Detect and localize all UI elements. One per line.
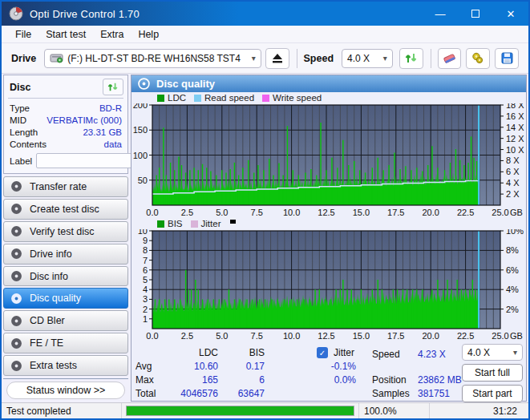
svg-text:2: 2 xyxy=(143,305,148,314)
disc-refresh-button[interactable] xyxy=(103,79,123,95)
jitter-checkbox[interactable]: ✓ xyxy=(317,347,328,358)
svg-text:100: 100 xyxy=(133,151,148,160)
save-button[interactable] xyxy=(495,48,519,69)
svg-text:15.0: 15.0 xyxy=(353,208,370,217)
avg-row-label: Avg xyxy=(136,361,152,372)
svg-text:3: 3 xyxy=(143,294,148,304)
svg-text:0.0: 0.0 xyxy=(146,331,158,341)
menu-help[interactable]: Help xyxy=(131,27,166,42)
svg-text:4: 4 xyxy=(143,285,148,294)
svg-text:9: 9 xyxy=(143,236,148,245)
sidebar-item-disc-quality[interactable]: Disc quality xyxy=(3,288,128,309)
maximize-button[interactable] xyxy=(458,2,493,26)
erase-disc-button[interactable] xyxy=(438,48,462,69)
statusbar: Test completed 100.0% 31:22 xyxy=(2,402,528,418)
refresh-icon xyxy=(107,82,119,92)
panel-title: Disc quality xyxy=(156,78,215,90)
sidebar-item-drive-info[interactable]: Drive info xyxy=(3,244,128,265)
speed-stat-value: 4.23 X xyxy=(418,349,446,360)
svg-text:10: 10 xyxy=(138,229,148,236)
chevron-down-icon: ▾ xyxy=(377,54,387,63)
tools-icon xyxy=(471,52,484,64)
disc-icon xyxy=(10,180,22,192)
toolbar-separator xyxy=(297,49,297,68)
maximize-icon xyxy=(471,10,479,18)
svg-text:20.0: 20.0 xyxy=(422,208,439,217)
toolbar: Drive (F:) HL-DT-ST BD-RE WH16NS58 TST4 … xyxy=(2,43,528,74)
svg-text:150: 150 xyxy=(133,125,148,135)
sidebar-item-fe-te[interactable]: FE / TE xyxy=(3,333,128,353)
svg-text:22.5: 22.5 xyxy=(457,331,474,341)
sidebar-item-transfer-rate[interactable]: Transfer rate xyxy=(3,176,128,197)
disc-icon xyxy=(10,270,22,282)
drive-value: (F:) HL-DT-ST BD-RE WH16NS58 TST4 xyxy=(67,53,241,64)
svg-text:10 X: 10 X xyxy=(506,145,524,155)
sidebar: Disc TypeBD-R MIDVERBATIMc (000) Lengt xyxy=(2,74,130,402)
panel-header: Disc quality xyxy=(131,75,526,92)
disc-icon xyxy=(10,315,22,327)
max-bis-value: 6 xyxy=(210,374,265,386)
eject-button[interactable] xyxy=(265,48,289,69)
menu-file[interactable]: File xyxy=(8,27,38,42)
position-stat-label: Position xyxy=(372,374,407,386)
status-window-button[interactable]: Status window >> xyxy=(6,382,125,399)
disc-panel-title: Disc xyxy=(10,82,30,93)
disc-icon xyxy=(10,225,22,237)
sidebar-item-extra-tests[interactable]: Extra tests xyxy=(3,355,128,376)
read-speed-legend-swatch xyxy=(194,95,201,102)
svg-text:6: 6 xyxy=(143,265,148,275)
jitter-column-header: Jitter xyxy=(334,347,354,358)
svg-text:7.5: 7.5 xyxy=(251,208,263,217)
svg-text:50: 50 xyxy=(138,176,148,185)
bis-legend-swatch xyxy=(157,220,164,228)
svg-text:5.0: 5.0 xyxy=(216,331,228,341)
svg-text:7.5: 7.5 xyxy=(251,331,263,341)
svg-text:8%: 8% xyxy=(506,245,519,255)
minimize-button[interactable]: — xyxy=(423,2,458,26)
menu-extra[interactable]: Extra xyxy=(93,27,131,42)
svg-text:18 X: 18 X xyxy=(506,103,524,110)
menu-start-test[interactable]: Start test xyxy=(38,27,93,42)
svg-text:2 X: 2 X xyxy=(506,189,520,199)
sidebar-item-create-test-disc[interactable]: Create test disc xyxy=(3,199,128,220)
svg-text:22.5: 22.5 xyxy=(457,208,474,217)
eject-icon xyxy=(272,54,283,63)
svg-text:8 X: 8 X xyxy=(506,155,520,165)
refresh-icon xyxy=(405,52,418,64)
drive-select[interactable]: (F:) HL-DT-ST BD-RE WH16NS58 TST4 ▾ xyxy=(44,49,261,68)
svg-text:200: 200 xyxy=(133,103,148,110)
svg-text:2.5: 2.5 xyxy=(181,331,193,341)
titlebar: Opti Drive Control 1.70 — ✕ xyxy=(2,2,528,26)
progress-percent: 100.0% xyxy=(359,403,430,418)
disc-row-mid: MIDVERBATIMc (000) xyxy=(8,114,123,126)
svg-text:10%: 10% xyxy=(506,229,524,236)
sidebar-item-cd-bler[interactable]: CD Bler xyxy=(3,310,128,331)
svg-text:0.0: 0.0 xyxy=(146,208,158,217)
sidebar-item-verify-test-disc[interactable]: Verify test disc xyxy=(3,221,128,242)
svg-text:5.0: 5.0 xyxy=(216,208,228,217)
chevron-down-icon: ▾ xyxy=(245,54,256,63)
sidebar-footer xyxy=(3,378,128,379)
app-window: Opti Drive Control 1.70 — ✕ File Start t… xyxy=(0,0,530,420)
speed-label: Speed xyxy=(304,53,334,64)
status-text: Test completed xyxy=(2,403,122,418)
start-full-button[interactable]: Start full xyxy=(462,364,523,382)
disc-icon xyxy=(10,248,22,260)
svg-text:15.0: 15.0 xyxy=(353,331,370,341)
stats-panel: LDC BIS ✓ Jitter Avg 10.60 0.17 -0.1% Ma… xyxy=(131,342,526,405)
window-title: Opti Drive Control 1.70 xyxy=(30,8,140,20)
tools-button[interactable] xyxy=(466,48,490,69)
disc-row-type: TypeBD-R xyxy=(8,102,123,114)
start-part-button[interactable]: Start part xyxy=(462,385,523,402)
svg-text:7: 7 xyxy=(143,256,148,265)
close-button[interactable]: ✕ xyxy=(493,2,528,26)
disc-icon xyxy=(10,203,22,215)
sidebar-item-disc-info[interactable]: Disc info xyxy=(3,266,128,287)
content: Disc TypeBD-R MIDVERBATIMc (000) Lengt xyxy=(2,74,528,402)
test-speed-select[interactable]: 4.0 X ▾ xyxy=(462,344,523,361)
svg-text:10.0: 10.0 xyxy=(283,331,300,341)
svg-text:1: 1 xyxy=(143,314,148,324)
refresh-button[interactable] xyxy=(399,48,423,69)
svg-text:25.0: 25.0 xyxy=(492,331,508,341)
speed-select[interactable]: 4.0 X ▾ xyxy=(342,49,393,68)
